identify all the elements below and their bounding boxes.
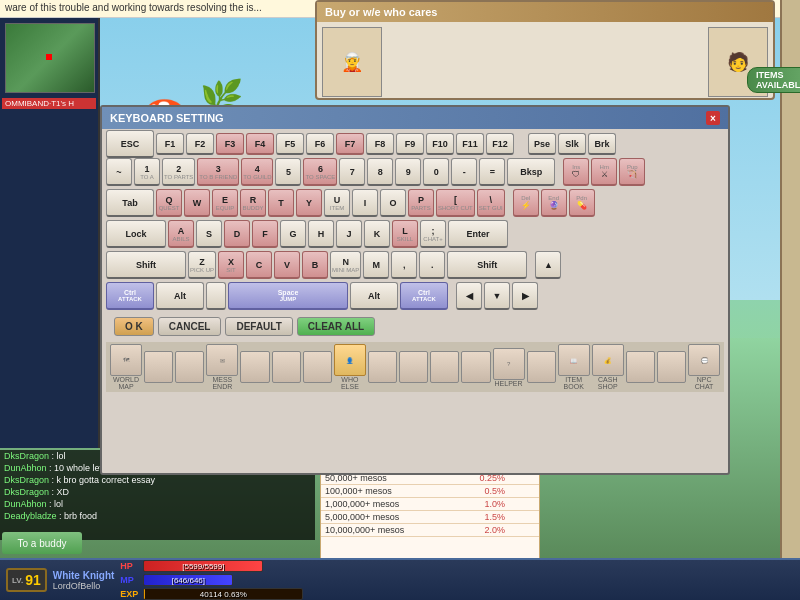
key-i[interactable]: I <box>352 189 378 217</box>
key-arrow-down[interactable]: ▼ <box>484 282 510 310</box>
key-arrow-up[interactable]: ▲ <box>535 251 561 279</box>
key-brk[interactable]: Brk <box>588 133 616 155</box>
key-f4[interactable]: F4 <box>246 133 274 155</box>
key-3[interactable]: 3TO B FRIEND <box>197 158 239 186</box>
slot-6[interactable] <box>368 351 397 383</box>
key-r[interactable]: RBUDDY <box>240 189 266 217</box>
key-end[interactable]: End🔮 <box>541 189 567 217</box>
key-u[interactable]: UITEM <box>324 189 350 217</box>
key-ins[interactable]: Ins🛡 <box>563 158 589 186</box>
slot-helper[interactable]: ? <box>493 348 525 380</box>
key-9[interactable]: 9 <box>395 158 421 186</box>
key-b[interactable]: B <box>302 251 328 279</box>
slot-2[interactable] <box>175 351 204 383</box>
slot-3[interactable] <box>240 351 269 383</box>
key-capslock[interactable]: Lock <box>106 220 166 248</box>
key-shift-left[interactable]: Shift <box>106 251 186 279</box>
key-tilde[interactable]: ~ <box>106 158 132 186</box>
slot-npc-chat[interactable]: 💬 <box>688 344 720 376</box>
key-k[interactable]: K <box>364 220 390 248</box>
key-v[interactable]: V <box>274 251 300 279</box>
key-pdn[interactable]: Pdn💊 <box>569 189 595 217</box>
key-l[interactable]: LSKILL <box>392 220 418 248</box>
key-z[interactable]: ZPICK UP <box>188 251 216 279</box>
default-button[interactable]: DEFAULT <box>225 317 292 336</box>
key-ctrl-right[interactable]: CtrlATTACK <box>400 282 448 310</box>
clear-all-button[interactable]: CLEAR ALL <box>297 317 375 336</box>
key-0[interactable]: 0 <box>423 158 449 186</box>
slot-7[interactable] <box>399 351 428 383</box>
key-alt-left[interactable]: Alt <box>156 282 204 310</box>
key-backspace[interactable]: Bksp <box>507 158 555 186</box>
key-comma[interactable]: , <box>391 251 417 279</box>
key-o[interactable]: O <box>380 189 406 217</box>
key-a[interactable]: AABILS <box>168 220 194 248</box>
key-6[interactable]: 6TO SPACE <box>303 158 337 186</box>
key-slk[interactable]: Slk <box>558 133 586 155</box>
key-p[interactable]: PPARTS <box>408 189 434 217</box>
key-j[interactable]: J <box>336 220 362 248</box>
key-hm[interactable]: Hm⚔ <box>591 158 617 186</box>
key-period[interactable]: . <box>419 251 445 279</box>
key-f3[interactable]: F3 <box>216 133 244 155</box>
slot-cash-shop[interactable]: 💰 <box>592 344 624 376</box>
slot-who-else[interactable]: 👤 <box>334 344 366 376</box>
key-e[interactable]: EEQUIP <box>212 189 238 217</box>
key-f2[interactable]: F2 <box>186 133 214 155</box>
key-space[interactable]: SpaceJUMP <box>228 282 348 310</box>
slot-9[interactable] <box>461 351 490 383</box>
key-s[interactable]: S <box>196 220 222 248</box>
slot-world-map[interactable]: 🗺 <box>110 344 142 376</box>
key-c[interactable]: C <box>246 251 272 279</box>
key-arrow-right[interactable]: ▶ <box>512 282 538 310</box>
key-f6[interactable]: F6 <box>306 133 334 155</box>
key-2[interactable]: 2TO PARTS <box>162 158 195 186</box>
key-x[interactable]: XSIT <box>218 251 244 279</box>
cancel-button[interactable]: CANCEL <box>158 317 222 336</box>
key-4[interactable]: 4TO GUILD <box>241 158 273 186</box>
key-ctrl-left[interactable]: CtrlATTACK <box>106 282 154 310</box>
key-f11[interactable]: F11 <box>456 133 484 155</box>
key-tab[interactable]: Tab <box>106 189 154 217</box>
key-1[interactable]: 1TO A <box>134 158 160 186</box>
key-f12[interactable]: F12 <box>486 133 514 155</box>
key-7[interactable]: 7 <box>339 158 365 186</box>
slot-5[interactable] <box>303 351 332 383</box>
keyboard-close-button[interactable]: × <box>706 111 720 125</box>
key-8[interactable]: 8 <box>367 158 393 186</box>
key-equals[interactable]: = <box>479 158 505 186</box>
key-backslash[interactable]: \SET GUI <box>477 189 505 217</box>
slot-11[interactable] <box>626 351 655 383</box>
buddy-button[interactable]: To a buddy <box>2 532 82 554</box>
key-f[interactable]: F <box>252 220 278 248</box>
ok-button[interactable]: O K <box>114 317 154 336</box>
key-shift-right[interactable]: Shift <box>447 251 527 279</box>
key-y[interactable]: Y <box>296 189 322 217</box>
key-t[interactable]: T <box>268 189 294 217</box>
key-esc[interactable]: ESC <box>106 130 154 158</box>
key-del[interactable]: Del⚡ <box>513 189 539 217</box>
key-minus[interactable]: - <box>451 158 477 186</box>
slot-1[interactable] <box>144 351 173 383</box>
key-pse[interactable]: Pse <box>528 133 556 155</box>
key-pup[interactable]: Pup🏹 <box>619 158 645 186</box>
slot-item-book[interactable]: 📖 <box>558 344 590 376</box>
key-f1[interactable]: F1 <box>156 133 184 155</box>
key-semicolon[interactable]: ;CHAT+ <box>420 220 446 248</box>
key-g[interactable]: G <box>280 220 306 248</box>
key-lbracket[interactable]: [SHORT CUT <box>436 189 475 217</box>
key-extra[interactable] <box>206 282 226 310</box>
key-5[interactable]: 5 <box>275 158 301 186</box>
key-alt-right[interactable]: Alt <box>350 282 398 310</box>
key-q[interactable]: QQUEST <box>156 189 182 217</box>
key-enter[interactable]: Enter <box>448 220 508 248</box>
key-w[interactable]: W <box>184 189 210 217</box>
key-d[interactable]: D <box>224 220 250 248</box>
key-n[interactable]: NMINI MAP <box>330 251 361 279</box>
key-f8[interactable]: F8 <box>366 133 394 155</box>
key-h[interactable]: H <box>308 220 334 248</box>
slot-mess[interactable]: ✉ <box>206 344 238 376</box>
key-f10[interactable]: F10 <box>426 133 454 155</box>
slot-8[interactable] <box>430 351 459 383</box>
key-f9[interactable]: F9 <box>396 133 424 155</box>
